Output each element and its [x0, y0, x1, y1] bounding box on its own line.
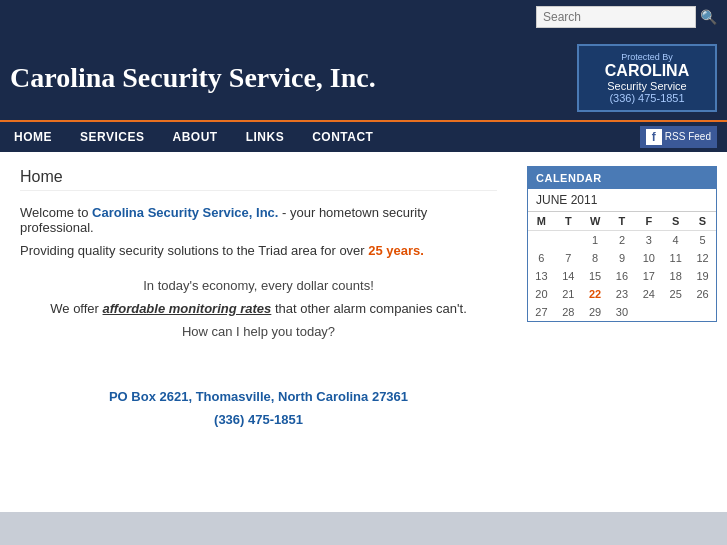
- offer-suffix: that other alarm companies can't.: [271, 301, 466, 316]
- calendar-header: CALENDAR: [528, 167, 716, 189]
- help-text: How can I help you today?: [20, 324, 497, 339]
- content-area: Home Welcome to Carolina Security Servic…: [0, 152, 517, 512]
- footer-phone: (336) 475-1851: [20, 412, 497, 427]
- calendar-body: 1234567891011121314151617181920212223242…: [528, 230, 716, 321]
- calendar-day-cell: 7: [555, 249, 582, 267]
- logo-name1: CAROLINA: [589, 62, 705, 80]
- calendar-day-cell: 25: [662, 285, 689, 303]
- page-heading: Home: [20, 168, 497, 191]
- years-highlight: 25 years.: [368, 243, 424, 258]
- nav-contact[interactable]: CONTACT: [298, 122, 387, 152]
- calendar-day-cell: 28: [555, 303, 582, 321]
- calendar-day-cell: 18: [662, 267, 689, 285]
- calendar-day-cell: 13: [528, 267, 555, 285]
- welcome-prefix: Welcome to: [20, 205, 92, 220]
- calendar-week-row: 12345: [528, 230, 716, 249]
- calendar-day-cell: 19: [689, 267, 716, 285]
- company-link[interactable]: Carolina Security Service, Inc.: [92, 205, 278, 220]
- monitoring-link[interactable]: affordable monitoring rates: [103, 301, 272, 316]
- calendar-day-cell: 26: [689, 285, 716, 303]
- offer-paragraph: We offer affordable monitoring rates tha…: [20, 301, 497, 316]
- search-button[interactable]: 🔍: [700, 9, 717, 25]
- calendar-day-cell: 3: [635, 230, 662, 249]
- calendar-day-cell: 21: [555, 285, 582, 303]
- calendar-month: JUNE 2011: [528, 189, 716, 212]
- calendar-days-row: MTWTFSS: [528, 212, 716, 231]
- calendar-day-cell: 22: [582, 285, 609, 303]
- calendar-day-cell: 27: [528, 303, 555, 321]
- calendar-day-cell: 4: [662, 230, 689, 249]
- calendar-day-header: M: [528, 212, 555, 231]
- calendar-week-row: 20212223242526: [528, 285, 716, 303]
- logo-name2: Security Service: [589, 80, 705, 92]
- calendar-day-cell: 17: [635, 267, 662, 285]
- main-content: Home Welcome to Carolina Security Servic…: [0, 152, 727, 512]
- nav-services[interactable]: SERVICES: [66, 122, 158, 152]
- calendar-day-cell: 5: [689, 230, 716, 249]
- calendar-day-header: W: [582, 212, 609, 231]
- calendar-day-cell: [635, 303, 662, 321]
- calendar-day-cell: 15: [582, 267, 609, 285]
- logo-phone: (336) 475-1851: [589, 92, 705, 104]
- calendar-week-row: 13141516171819: [528, 267, 716, 285]
- nav-about[interactable]: ABOUT: [158, 122, 231, 152]
- calendar-day-cell: 16: [609, 267, 636, 285]
- calendar-day-header: S: [662, 212, 689, 231]
- sidebar: CALENDAR JUNE 2011 MTWTFSS 1234567891011…: [517, 152, 727, 512]
- calendar-day-cell: 2: [609, 230, 636, 249]
- calendar-day-cell: [555, 230, 582, 249]
- site-title: Carolina Security Service, Inc.: [10, 62, 376, 94]
- calendar-day-header: T: [609, 212, 636, 231]
- calendar-week-row: 27282930: [528, 303, 716, 321]
- nav-links: HOME SERVICES ABOUT LINKS CONTACT: [0, 122, 640, 152]
- calendar-day-cell: 1: [582, 230, 609, 249]
- nav-home[interactable]: HOME: [0, 122, 66, 152]
- footer-address: PO Box 2621, Thomasville, North Carolina…: [20, 389, 497, 404]
- header: Carolina Security Service, Inc. Protecte…: [0, 34, 727, 120]
- calendar-day-cell: 23: [609, 285, 636, 303]
- calendar-day-cell: [662, 303, 689, 321]
- search-wrapper: 🔍: [536, 6, 717, 28]
- calendar-day-cell: 20: [528, 285, 555, 303]
- economy-text: In today's economy, every dollar counts!: [20, 278, 497, 293]
- quality-prefix: Providing quality security solutions to …: [20, 243, 368, 258]
- calendar-day-cell: 30: [609, 303, 636, 321]
- facebook-badge[interactable]: f RSS Feed: [640, 126, 717, 148]
- offer-prefix: We offer: [50, 301, 102, 316]
- calendar-day-cell: 8: [582, 249, 609, 267]
- welcome-paragraph: Welcome to Carolina Security Service, In…: [20, 205, 497, 235]
- footer-contact: PO Box 2621, Thomasville, North Carolina…: [20, 359, 497, 447]
- calendar-day-cell: [528, 230, 555, 249]
- search-input[interactable]: [536, 6, 696, 28]
- nav-links[interactable]: LINKS: [232, 122, 299, 152]
- rss-feed-label: RSS Feed: [665, 131, 711, 142]
- calendar-day-cell: [689, 303, 716, 321]
- facebook-icon: f: [646, 129, 662, 145]
- calendar-day-cell: 11: [662, 249, 689, 267]
- nav-right: f RSS Feed: [640, 126, 727, 148]
- calendar-week-row: 6789101112: [528, 249, 716, 267]
- logo-badge: Protected By CAROLINA Security Service (…: [577, 44, 717, 112]
- calendar-day-header: T: [555, 212, 582, 231]
- calendar-day-cell: 12: [689, 249, 716, 267]
- calendar-day-cell: 24: [635, 285, 662, 303]
- calendar-day-cell: 6: [528, 249, 555, 267]
- calendar-day-cell: 14: [555, 267, 582, 285]
- quality-paragraph: Providing quality security solutions to …: [20, 243, 497, 258]
- protected-by-label: Protected By: [589, 52, 705, 62]
- calendar-day-header: F: [635, 212, 662, 231]
- nav: HOME SERVICES ABOUT LINKS CONTACT f RSS …: [0, 120, 727, 152]
- calendar-day-cell: 9: [609, 249, 636, 267]
- calendar-day-cell: 29: [582, 303, 609, 321]
- top-bar: 🔍: [0, 0, 727, 34]
- calendar-table: MTWTFSS 12345678910111213141516171819202…: [528, 212, 716, 321]
- calendar-day-header: S: [689, 212, 716, 231]
- calendar: CALENDAR JUNE 2011 MTWTFSS 1234567891011…: [527, 166, 717, 322]
- center-section: In today's economy, every dollar counts!…: [20, 278, 497, 339]
- calendar-day-cell: 10: [635, 249, 662, 267]
